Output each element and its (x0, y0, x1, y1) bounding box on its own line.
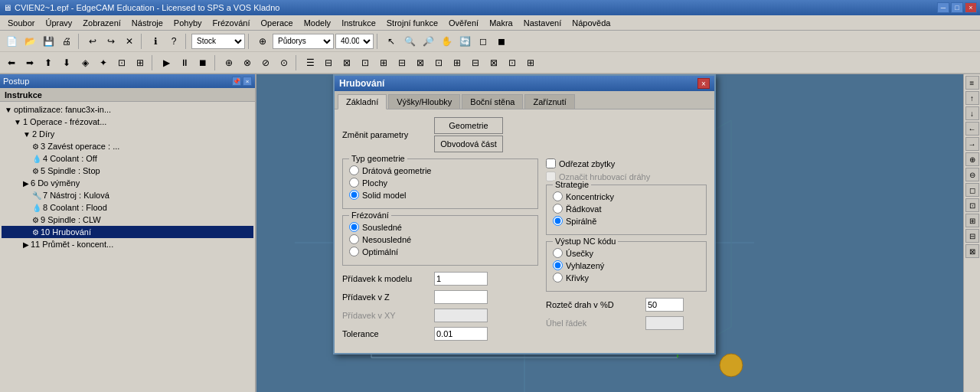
rs-btn-7[interactable]: ⊖ (965, 168, 979, 181)
tb2-btn2[interactable]: ➡ (21, 54, 38, 71)
dialog-close-button[interactable]: × (697, 78, 710, 89)
view-dropdown[interactable]: Půdorys (273, 34, 334, 49)
rs-btn-4[interactable]: ← (965, 122, 979, 136)
rs-btn-1[interactable]: ≡ (965, 76, 979, 90)
tb2-btn23[interactable]: ⊡ (430, 54, 447, 71)
shading-button[interactable]: ◼ (493, 33, 510, 50)
menu-instrukce[interactable]: Instrukce (337, 17, 381, 29)
tb2-btn21[interactable]: ⊟ (394, 54, 410, 71)
tb2-btn18[interactable]: ⊠ (338, 54, 355, 71)
odrezat-checkbox[interactable] (546, 158, 556, 168)
tb2-btn19[interactable]: ⊡ (357, 54, 374, 71)
menu-operace[interactable]: Operace (256, 17, 297, 29)
menu-zobrazeni[interactable]: Zobrazení (78, 17, 126, 29)
tree-item-1[interactable]: ▼ 1 Operace - frézovat... (2, 116, 253, 128)
geom-btn-2[interactable]: Obvodová část (434, 136, 503, 152)
tb2-btn11[interactable]: ⏹ (194, 54, 211, 71)
radio-sousledne-input[interactable] (349, 222, 359, 232)
menu-overeni[interactable]: Ověření (444, 17, 483, 29)
help-button[interactable]: ? (165, 33, 182, 50)
tb2-btn24[interactable]: ⊞ (449, 54, 466, 71)
rs-btn-10[interactable]: ⊞ (965, 214, 979, 227)
menu-napoveda[interactable]: Nápověda (567, 17, 615, 29)
tb2-btn8[interactable]: ⊞ (132, 54, 149, 71)
tb2-btn3[interactable]: ⬆ (40, 54, 57, 71)
rs-btn-2[interactable]: ↑ (965, 91, 979, 105)
pridavek-modelu-input[interactable] (434, 272, 488, 286)
menu-makra[interactable]: Makra (485, 17, 518, 29)
radio-solid-input[interactable] (349, 190, 359, 200)
menu-modely[interactable]: Modely (299, 17, 335, 29)
tb2-btn14[interactable]: ⊘ (257, 54, 274, 71)
tb2-btn5[interactable]: ◈ (77, 54, 93, 71)
tb2-btn13[interactable]: ⊗ (239, 54, 256, 71)
tb2-btn9[interactable]: ▶ (158, 54, 175, 71)
tolerance-input[interactable] (434, 327, 488, 341)
tree-item-8[interactable]: 💧 8 Coolant : Flood (2, 201, 253, 214)
tb2-btn27[interactable]: ⊡ (504, 54, 521, 71)
tree-item-7[interactable]: 🔧 7 Nástroj : Kulová (2, 189, 253, 201)
tb2-btn20[interactable]: ⊞ (375, 54, 392, 71)
zoom-dropdown[interactable]: 40.00 (335, 34, 374, 49)
radio-radkovat-input[interactable] (553, 204, 563, 214)
panel-pin-button[interactable]: 📌 (232, 77, 241, 86)
tb2-btn7[interactable]: ⊡ (113, 54, 130, 71)
radio-nesousledne-input[interactable] (349, 234, 359, 244)
menu-upravy[interactable]: Úpravy (41, 17, 77, 29)
tree-item-3[interactable]: ⚙ 3 Zavést operace : ... (2, 140, 253, 152)
radio-spiralne-input[interactable] (553, 216, 563, 226)
tree-item-0[interactable]: ▼ optimalizace: fanuc3x-in... (2, 103, 253, 116)
minimize-button[interactable]: ─ (937, 2, 949, 13)
panel-close-button[interactable]: × (243, 77, 252, 86)
roztec-input[interactable] (645, 298, 684, 312)
radio-optimalni-input[interactable] (349, 247, 359, 256)
tb2-btn1[interactable]: ⬅ (3, 54, 20, 71)
pridavek-xy-input[interactable] (434, 309, 488, 322)
view-button[interactable]: ⊕ (254, 33, 271, 50)
pridavek-z-input[interactable] (434, 290, 488, 304)
tab-zarizla[interactable]: Zaříznutí (524, 94, 574, 109)
redo-button[interactable]: ↪ (103, 33, 119, 50)
tb2-btn12[interactable]: ⊕ (220, 54, 237, 71)
tb2-btn15[interactable]: ⊙ (276, 54, 292, 71)
zoom-out-button[interactable]: 🔎 (420, 33, 436, 50)
menu-frezovani[interactable]: Frézování (208, 17, 255, 29)
tb2-btn22[interactable]: ⊠ (412, 54, 429, 71)
tab-vysky[interactable]: Výšky/Hloubky (388, 94, 460, 109)
tb2-btn25[interactable]: ⊟ (467, 54, 484, 71)
radio-plochy-input[interactable] (349, 178, 359, 188)
rs-btn-11[interactable]: ⊟ (965, 229, 979, 243)
close-button[interactable]: × (965, 2, 977, 13)
tree-item-4[interactable]: 💧 4 Coolant : Off (2, 152, 253, 165)
tb2-btn10[interactable]: ⏸ (176, 54, 193, 71)
tb2-btn6[interactable]: ✦ (95, 54, 112, 71)
print-button[interactable]: 🖨 (58, 33, 75, 50)
radio-krivky-input[interactable] (553, 273, 563, 283)
zoom-in-button[interactable]: 🔍 (401, 33, 418, 50)
tree-item-2[interactable]: ▼ 2 Díry (2, 128, 253, 140)
rs-btn-8[interactable]: ◻ (965, 183, 979, 197)
menu-pohyby[interactable]: Pohyby (169, 17, 207, 29)
undo-button[interactable]: ↩ (84, 33, 101, 50)
rs-btn-6[interactable]: ⊕ (965, 152, 979, 166)
delete-button[interactable]: ✕ (121, 33, 138, 50)
menu-strojni[interactable]: Strojní funkce (382, 17, 443, 29)
tree-item-9[interactable]: ⚙ 9 Spindle : CLW (2, 214, 253, 226)
tb2-btn26[interactable]: ⊠ (485, 54, 502, 71)
tree-item-5[interactable]: ⚙ 5 Spindle : Stop (2, 165, 253, 177)
tb2-btn17[interactable]: ⊟ (320, 54, 337, 71)
tb2-btn4[interactable]: ⬇ (58, 54, 75, 71)
tab-zakladni[interactable]: Základní (338, 94, 387, 109)
select-button[interactable]: ↖ (383, 33, 400, 50)
rs-btn-12[interactable]: ⊠ (965, 244, 979, 258)
radio-dratova-input[interactable] (349, 165, 359, 175)
radio-usecky-input[interactable] (553, 248, 563, 258)
tree-item-6[interactable]: ▶ 6 Do výměny (2, 177, 253, 189)
rs-btn-3[interactable]: ↓ (965, 106, 979, 120)
rs-btn-5[interactable]: → (965, 137, 979, 151)
rs-btn-9[interactable]: ⊡ (965, 198, 979, 212)
open-button[interactable]: 📂 (21, 33, 38, 50)
3d-button[interactable]: ◻ (475, 33, 492, 50)
tree-item-10[interactable]: ⚙ 10 Hrubování (2, 226, 253, 238)
tree-item-11[interactable]: ▶ 11 Průmět - koncent... (2, 238, 253, 250)
